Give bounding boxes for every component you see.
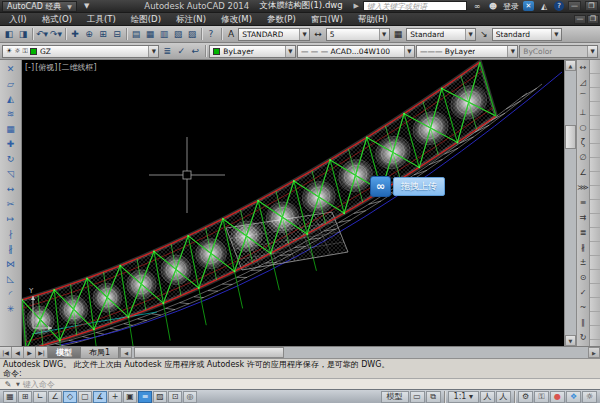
lineweight-combo[interactable]: ——— ByLayer ▼ <box>416 45 518 58</box>
dim-inspect-icon[interactable]: ✓ <box>577 285 589 300</box>
clipped-button-icon[interactable] <box>590 284 600 298</box>
clipped-button-icon[interactable] <box>590 242 600 256</box>
trim-icon[interactable]: ✂ <box>2 196 20 211</box>
menu-tools[interactable]: 工具(T) <box>80 13 123 26</box>
dim-jogged-linear-icon[interactable]: ~ <box>577 300 589 315</box>
clipped-button-icon[interactable] <box>590 298 600 312</box>
block-editor-icon[interactable]: ◨ <box>16 27 30 41</box>
layer-previous-icon[interactable]: ↩ <box>188 44 202 58</box>
menu-format[interactable]: 格式(O) <box>35 13 79 26</box>
3d-object-snap-icon[interactable]: ▢ <box>78 391 92 403</box>
sign-in-link[interactable]: 登录 <box>503 1 519 12</box>
dim-break-icon[interactable]: ∦ <box>577 240 589 255</box>
dim-linear-icon[interactable]: ↔ <box>577 60 589 75</box>
annotation-scale[interactable]: 1:1 ▾ <box>448 391 479 403</box>
design-center-icon[interactable]: ▦ <box>143 27 157 41</box>
chevron-down-icon[interactable]: ▼ <box>16 381 20 387</box>
tool-palettes-icon[interactable]: ▥ <box>157 27 171 41</box>
toolbar-lock-icon[interactable]: ⚿ <box>534 391 549 403</box>
auto-annotation-scale-icon[interactable]: 人 <box>496 391 511 403</box>
snap-mode-icon[interactable]: ▦ <box>3 391 17 403</box>
dim-update-icon[interactable]: ↻ <box>577 330 589 345</box>
clipped-button-icon[interactable] <box>590 256 600 270</box>
chamfer-icon[interactable]: ◺ <box>2 271 20 286</box>
linetype-combo[interactable]: — — — ACAD...04W100 ▼ <box>297 45 415 58</box>
autodesk-360-icon[interactable]: ❖ <box>566 391 581 403</box>
dim-continue-icon[interactable]: ⇉ <box>577 210 589 225</box>
move-icon[interactable]: ✚ <box>2 136 20 151</box>
quick-dimension-icon[interactable]: ⋙ <box>577 180 589 195</box>
redo-icon[interactable]: ↷▾ <box>49 27 63 41</box>
clipped-button-icon[interactable] <box>590 116 600 130</box>
layer-lock-icon[interactable]: ⚿ <box>23 47 28 55</box>
object-snap-tracking-icon[interactable]: ∡ <box>93 391 107 403</box>
properties-palette-icon[interactable]: ▤ <box>129 27 143 41</box>
horizontal-scroll-thumb[interactable] <box>134 347 284 358</box>
scroll-right-icon[interactable]: ▶ <box>588 347 600 358</box>
mleader-style-icon[interactable]: ↘ <box>477 27 491 41</box>
clipped-button-icon[interactable] <box>590 60 600 74</box>
help-icon[interactable]: ? <box>204 27 218 41</box>
quick-view-layouts-icon[interactable]: ▭ <box>410 391 425 403</box>
clipped-button-icon[interactable] <box>590 130 600 144</box>
command-input-row[interactable]: ✎ ▼ 键入命令 <box>0 378 600 389</box>
text-style-icon[interactable]: A <box>225 27 237 41</box>
menu-insert[interactable]: 入(I) <box>2 13 34 26</box>
selection-cycling-icon[interactable]: ◎ <box>183 391 197 403</box>
dim-space-icon[interactable]: ≣ <box>577 225 589 240</box>
vertical-scroll-thumb[interactable] <box>565 125 576 149</box>
scroll-down-icon[interactable]: ▼ <box>565 335 576 346</box>
sheet-set-manager-icon[interactable]: ▧ <box>171 27 185 41</box>
minimize-button[interactable]: — <box>568 1 581 11</box>
stretch-icon[interactable]: ↔ <box>2 181 20 196</box>
text-style-combo[interactable]: STANDARD ▼ <box>238 28 310 41</box>
clipped-button-icon[interactable] <box>590 228 600 242</box>
viewport-menu-control[interactable]: [-] <box>25 63 34 72</box>
menu-dimension[interactable]: 标注(N) <box>169 13 213 26</box>
clipped-button-icon[interactable] <box>590 214 600 228</box>
clipped-button-icon[interactable] <box>590 172 600 186</box>
tab-model[interactable]: 模型 <box>48 347 81 358</box>
rotate-icon[interactable]: ↻ <box>2 151 20 166</box>
table-style-combo[interactable]: Standard ▼ <box>406 28 476 41</box>
offset-icon[interactable]: ≋ <box>2 106 20 121</box>
quick-properties-icon[interactable]: ⊡ <box>168 391 182 403</box>
tab-next-icon[interactable]: ▶ <box>24 347 36 358</box>
tolerance-icon[interactable]: ± <box>577 255 589 270</box>
model-space[interactable]: 模型 <box>381 391 409 403</box>
mleader-style-combo[interactable]: Standard ▼ <box>492 28 562 41</box>
search-expand-icon[interactable]: ▶ <box>354 2 359 10</box>
user-icon[interactable]: ☻ <box>487 1 499 12</box>
layer-combo[interactable]: ☀ ☼ ⚿ GZ ▼ <box>2 45 159 58</box>
clipped-button-icon[interactable] <box>590 102 600 116</box>
clipped-button-icon[interactable] <box>590 158 600 172</box>
menu-help[interactable]: 帮助(H) <box>351 13 395 26</box>
zoom-previous-icon[interactable]: ⊟ <box>110 27 124 41</box>
undo-icon[interactable]: ↶▾ <box>35 27 49 41</box>
extend-icon[interactable]: ↦ <box>2 211 20 226</box>
dim-radius-icon[interactable]: ○ <box>577 120 589 135</box>
baidu-pan-icon[interactable]: ∞ <box>370 176 391 197</box>
zoom-window-icon[interactable]: ⊞ <box>96 27 110 41</box>
drag-upload-overlay[interactable]: ∞ 拖拽上传 <box>370 176 445 197</box>
clipped-button-icon[interactable] <box>590 74 600 88</box>
layer-properties-manager-icon[interactable]: ≣ <box>160 44 174 58</box>
horizontal-scrollbar[interactable]: ◀ ▶ <box>119 347 600 358</box>
dim-jogged-icon[interactable]: ζ <box>577 135 589 150</box>
break-at-point-icon[interactable]: ∤ <box>2 226 20 241</box>
clipped-button-icon[interactable] <box>590 186 600 200</box>
annotation-visibility-icon[interactable]: 人 <box>480 391 495 403</box>
vertical-scrollbar[interactable]: ▲ ▼ <box>564 60 576 346</box>
dim-arc-length-icon[interactable]: ⌒ <box>577 90 589 105</box>
status-indicator-icon[interactable]: ● <box>550 391 565 403</box>
workspace-switching-icon[interactable]: ⚙ <box>518 391 533 403</box>
ortho-mode-icon[interactable]: ∟ <box>33 391 47 403</box>
drawing-canvas[interactable]: Y [-][俯视][二维线框] ∞ 拖拽上传 <box>22 60 564 346</box>
autodesk-360-icon[interactable]: ◭ <box>538 1 550 12</box>
menu-parametric[interactable]: 参数(P) <box>260 13 303 26</box>
clean-screen-icon[interactable]: ☼ <box>582 391 597 403</box>
explode-icon[interactable]: ✳ <box>2 301 20 316</box>
dim-angular-icon[interactable]: ∠ <box>577 165 589 180</box>
clipped-button-icon[interactable] <box>590 270 600 284</box>
clipped-button-icon[interactable] <box>590 312 600 326</box>
